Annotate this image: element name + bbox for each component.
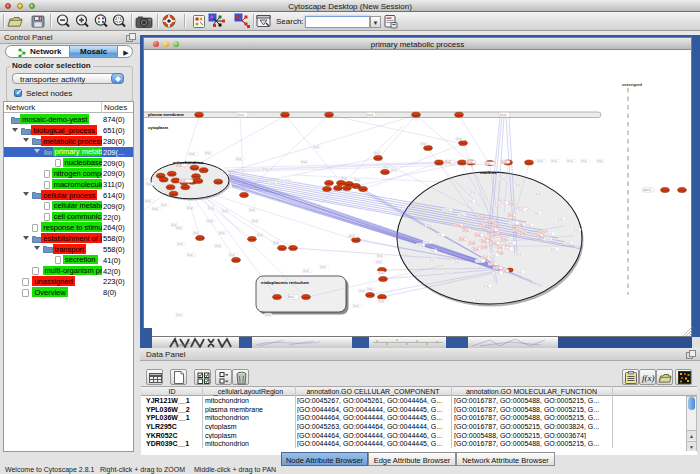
- svg-text:plasma membrane: plasma membrane: [148, 112, 185, 117]
- svg-text:(nn.a): (nn.a): [335, 187, 341, 189]
- svg-text:(tr.a): (tr.a): [473, 247, 478, 251]
- svg-text:(tr.a): (tr.a): [504, 247, 509, 251]
- svg-text:(tr.a): (tr.a): [207, 219, 212, 223]
- svg-text:(nn.a): (nn.a): [197, 237, 203, 239]
- svg-text:(tr.a): (tr.a): [456, 137, 461, 141]
- svg-text:(tr.a): (tr.a): [520, 231, 525, 235]
- svg-text:(tr.a): (tr.a): [444, 208, 449, 212]
- svg-text:(nn.a): (nn.a): [192, 167, 198, 169]
- svg-text:(tr.a): (tr.a): [436, 233, 441, 237]
- svg-text:(tr.a): (tr.a): [481, 245, 486, 249]
- svg-text:(tr.a): (tr.a): [501, 160, 506, 164]
- svg-text:(nn.a): (nn.a): [182, 186, 188, 188]
- svg-text:(tr.a): (tr.a): [429, 258, 434, 262]
- svg-text:(tr.a): (tr.a): [257, 233, 262, 237]
- svg-text:(tr.a): (tr.a): [467, 160, 472, 164]
- svg-text:(tr.a): (tr.a): [494, 266, 499, 270]
- svg-text:(nn.a): (nn.a): [360, 188, 366, 190]
- svg-text:(tr.a): (tr.a): [479, 215, 484, 219]
- svg-text:(tr.a): (tr.a): [501, 237, 506, 241]
- svg-text:(tr.a): (tr.a): [424, 240, 429, 244]
- svg-text:(tr.a): (tr.a): [349, 234, 354, 238]
- svg-text:(tr.a): (tr.a): [313, 145, 318, 149]
- svg-text:(nn.a): (nn.a): [279, 247, 285, 249]
- svg-text:(thru.): (thru.): [288, 295, 295, 299]
- svg-text:(tr.a): (tr.a): [469, 241, 474, 245]
- svg-text:(tr.a): (tr.a): [429, 249, 434, 253]
- svg-text:(nn.a): (nn.a): [662, 189, 668, 191]
- svg-text:(tr.a): (tr.a): [481, 239, 486, 243]
- svg-text:(tr.a): (tr.a): [481, 224, 486, 228]
- svg-text:(tr.a): (tr.a): [508, 213, 513, 217]
- svg-text:(tr.a): (tr.a): [537, 159, 542, 163]
- svg-text:(tr.a): (tr.a): [470, 190, 475, 194]
- svg-text:(tr.a): (tr.a): [176, 313, 181, 317]
- svg-text:(wa.s): (wa.s): [644, 188, 651, 192]
- svg-text:(tr.a): (tr.a): [301, 160, 306, 164]
- svg-text:(tr.a): (tr.a): [545, 237, 550, 241]
- svg-text:(tr.a): (tr.a): [497, 245, 502, 249]
- svg-text:(tr.a): (tr.a): [180, 179, 185, 183]
- svg-text:(tr.a): (tr.a): [493, 223, 498, 227]
- svg-text:(tr.a): (tr.a): [490, 253, 495, 257]
- svg-text:(tr.a): (tr.a): [377, 254, 382, 258]
- svg-text:(tr.a): (tr.a): [270, 181, 275, 185]
- svg-text:(tr.a): (tr.a): [367, 287, 372, 291]
- svg-text:(nn.a): (nn.a): [346, 183, 352, 185]
- svg-text:(tr.a): (tr.a): [500, 201, 505, 205]
- svg-text:(tr.a): (tr.a): [565, 241, 570, 245]
- svg-text:(tr.a): (tr.a): [426, 223, 431, 227]
- svg-text:(tr.a): (tr.a): [463, 228, 468, 232]
- svg-text:(tr.a): (tr.a): [378, 271, 383, 275]
- svg-text:(tr.a): (tr.a): [236, 157, 241, 161]
- svg-text:(tr.a): (tr.a): [567, 159, 572, 163]
- svg-text:(nn.a): (nn.a): [195, 180, 201, 182]
- svg-text:(nn.a): (nn.a): [379, 296, 385, 298]
- svg-text:(tr.a): (tr.a): [467, 199, 472, 203]
- svg-text:(tr.a): (tr.a): [273, 241, 278, 245]
- svg-text:(nn.a): (nn.a): [375, 157, 381, 159]
- svg-text:(tr.a): (tr.a): [205, 151, 210, 155]
- svg-text:endoplasmic reticulum: endoplasmic reticulum: [261, 280, 309, 285]
- svg-text:(nn.a): (nn.a): [274, 296, 280, 298]
- svg-text:(nn.a): (nn.a): [382, 171, 388, 173]
- svg-text:(nn.a): (nn.a): [425, 147, 431, 149]
- svg-text:(tr.a): (tr.a): [573, 228, 578, 232]
- svg-text:(nn.a): (nn.a): [215, 181, 221, 183]
- svg-text:(tr.a): (tr.a): [485, 162, 490, 166]
- svg-text:(tra.a): (tra.a): [238, 113, 245, 117]
- svg-text:(tr.a): (tr.a): [500, 177, 505, 181]
- svg-text:(nn.a): (nn.a): [249, 238, 255, 240]
- svg-text:(tr.a): (tr.a): [303, 269, 308, 273]
- svg-text:(tr.a): (tr.a): [550, 247, 555, 251]
- svg-text:(tr.a): (tr.a): [533, 211, 538, 215]
- svg-text:(nn.a): (nn.a): [338, 182, 344, 184]
- svg-text:f(x): f(x): [642, 373, 655, 383]
- svg-text:cytoplasm: cytoplasm: [148, 125, 169, 130]
- svg-text:(nn.a): (nn.a): [233, 259, 239, 261]
- svg-text:(tr.a): (tr.a): [455, 223, 460, 227]
- svg-text:(tr.a): (tr.a): [489, 262, 494, 266]
- svg-text:(tr.a): (tr.a): [475, 233, 480, 237]
- svg-text:(nn.a): (nn.a): [158, 175, 164, 177]
- svg-text:(tr.a): (tr.a): [516, 252, 521, 256]
- svg-text:(tra.a): (tra.a): [367, 113, 374, 117]
- svg-text:(nn.a): (nn.a): [303, 296, 309, 298]
- svg-text:(tr.a): (tr.a): [515, 183, 520, 187]
- svg-text:(nn.a): (nn.a): [456, 114, 462, 116]
- svg-text:(nn.a): (nn.a): [173, 180, 179, 182]
- svg-text:(nn.a): (nn.a): [367, 294, 373, 296]
- svg-text:(tr.a): (tr.a): [476, 259, 481, 263]
- svg-text:(tr.a): (tr.a): [514, 228, 519, 232]
- svg-text:(nn.a): (nn.a): [161, 179, 167, 181]
- svg-text:(tr.a): (tr.a): [491, 241, 496, 245]
- svg-text:(tr.a): (tr.a): [249, 208, 254, 212]
- svg-text:(tr.a): (tr.a): [444, 270, 449, 274]
- svg-text:(tr.a): (tr.a): [193, 231, 198, 235]
- svg-text:(tr.a): (tr.a): [383, 165, 388, 169]
- svg-text:(tr.a): (tr.a): [171, 223, 176, 227]
- svg-text:nucleus: nucleus: [480, 170, 497, 175]
- svg-text:(tr.a): (tr.a): [535, 233, 540, 237]
- svg-text:(tr.a): (tr.a): [475, 298, 480, 302]
- svg-text:(nn.a): (nn.a): [168, 186, 174, 188]
